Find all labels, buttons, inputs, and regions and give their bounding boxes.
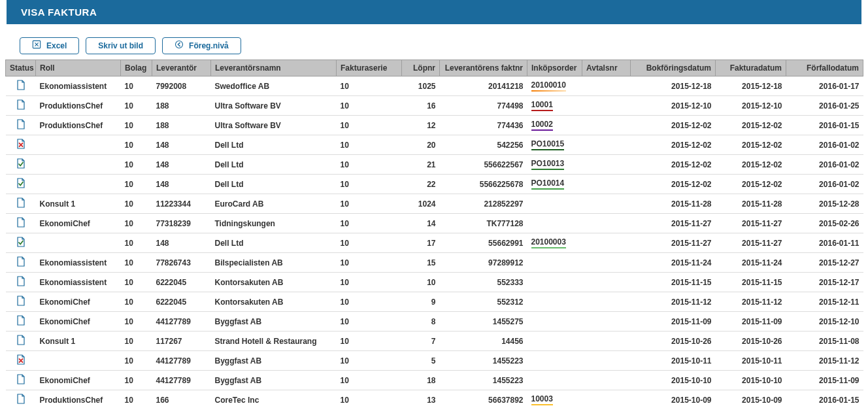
cell-bok: 2015-12-02	[631, 155, 716, 175]
cell-inkop[interactable]: 20100003	[527, 233, 582, 253]
col-lopnr[interactable]: Löpnr	[402, 60, 440, 76]
cell-lopnr: 12	[402, 116, 440, 135]
print-label: Skriv ut bild	[98, 41, 143, 51]
cell-status	[6, 233, 36, 253]
cell-status	[6, 175, 36, 194]
cell-inkop[interactable]: 10003	[527, 390, 582, 409]
table-row[interactable]: 10148Dell Ltd1020542256PO100152015-12-02…	[6, 135, 863, 155]
cell-status	[6, 292, 36, 312]
cell-inkop[interactable]: PO10013	[527, 155, 582, 175]
table-row[interactable]: 1044127789Byggfast AB10514552232015-10-1…	[6, 351, 863, 371]
cell-fakd: 2015-11-24	[716, 253, 786, 273]
cell-bolag: 10	[121, 116, 152, 135]
cell-avtal	[582, 332, 631, 351]
cell-bok: 2015-12-02	[631, 116, 716, 135]
table-row[interactable]: Ekonomiassistent1077826743Bilspecialiste…	[6, 253, 863, 273]
cell-forf: 2016-01-02	[786, 155, 863, 175]
cell-status	[6, 214, 36, 233]
table-row[interactable]: 10148Dell Ltd1021556622567PO100132015-12…	[6, 155, 863, 175]
cell-inkop[interactable]: PO10015	[527, 135, 582, 155]
purchase-order-link[interactable]: PO10015	[531, 139, 565, 150]
col-inkop[interactable]: Inköpsorder	[527, 60, 582, 76]
table-row[interactable]: Ekonomiassistent107992008Swedoffice AB10…	[6, 76, 863, 96]
status-doc-icon	[16, 397, 25, 406]
excel-label: Excel	[46, 41, 67, 51]
col-roll[interactable]: Roll	[36, 60, 121, 76]
cell-fakd: 2015-12-02	[716, 116, 786, 135]
cell-inkop	[527, 214, 582, 233]
cell-lopnr: 13	[402, 390, 440, 409]
col-lfaknr[interactable]: Leverantörens faktnr	[440, 60, 527, 76]
cell-bok: 2015-12-02	[631, 175, 716, 194]
cell-inkop	[527, 194, 582, 214]
cell-serie: 10	[337, 233, 402, 253]
table-row[interactable]: Konsult 110117267Strand Hotell & Restaur…	[6, 332, 863, 351]
purchase-order-link[interactable]: PO10013	[531, 159, 565, 170]
col-avtal[interactable]: Avtalsnr	[582, 60, 631, 76]
table-row[interactable]: ProduktionsChef10188Ultra Software BV101…	[6, 96, 863, 116]
cell-inkop	[527, 371, 582, 390]
cell-fakd: 2015-10-26	[716, 332, 786, 351]
cell-inkop[interactable]: 20100010	[527, 76, 582, 96]
cell-lopnr: 7	[402, 332, 440, 351]
col-forf[interactable]: Förfallodatum	[786, 60, 863, 76]
col-serie[interactable]: Fakturaserie	[337, 60, 402, 76]
table-row[interactable]: EkonomiChef1077318239Tidningskungen1014T…	[6, 214, 863, 233]
cell-roll: Ekonomiassistent	[36, 273, 121, 292]
table-row[interactable]: Konsult 11011223344EuroCard AB1010242128…	[6, 194, 863, 214]
purchase-order-link[interactable]: PO10014	[531, 178, 565, 190]
cell-bolag: 10	[121, 135, 152, 155]
cell-lopnr: 1024	[402, 194, 440, 214]
col-bolag[interactable]: Bolag	[121, 60, 152, 76]
cell-avtal	[582, 194, 631, 214]
cell-inkop[interactable]: 10001	[527, 96, 582, 116]
purchase-order-link[interactable]: 20100010	[531, 80, 566, 92]
cell-bolag: 10	[121, 96, 152, 116]
cell-avtal	[582, 390, 631, 409]
cell-forf: 2015-11-12	[786, 351, 863, 371]
cell-forf: 2015-12-27	[786, 253, 863, 273]
print-button[interactable]: Skriv ut bild	[86, 37, 156, 54]
status-doc-icon	[16, 260, 25, 269]
excel-button[interactable]: Excel	[20, 37, 79, 54]
purchase-order-link[interactable]: 10003	[531, 394, 553, 405]
cell-levnamn: Kontorsakuten AB	[211, 292, 337, 312]
cell-roll	[36, 155, 121, 175]
cell-levnamn: Byggfast AB	[211, 371, 337, 390]
back-button[interactable]: Föreg.nivå	[162, 37, 241, 54]
purchase-order-link[interactable]: 10002	[531, 120, 553, 131]
purchase-order-link[interactable]: 10001	[531, 100, 553, 111]
table-row[interactable]: Ekonomiassistent106222045Kontorsakuten A…	[6, 273, 863, 292]
cell-roll: ProduktionsChef	[36, 96, 121, 116]
cell-inkop[interactable]: PO10014	[527, 175, 582, 194]
table-row[interactable]: EkonomiChef1044127789Byggfast AB10814552…	[6, 312, 863, 332]
cell-forf: 2015-12-17	[786, 273, 863, 292]
cell-fakd: 2015-12-10	[716, 96, 786, 116]
cell-avtal	[582, 214, 631, 233]
cell-bolag: 10	[121, 76, 152, 96]
cell-serie: 10	[337, 351, 402, 371]
table-row[interactable]: EkonomiChef106222045Kontorsakuten AB1095…	[6, 292, 863, 312]
table-row[interactable]: ProduktionsChef10188Ultra Software BV101…	[6, 116, 863, 135]
cell-lopnr: 22	[402, 175, 440, 194]
cell-inkop[interactable]: 10002	[527, 116, 582, 135]
cell-serie: 10	[337, 390, 402, 409]
cell-fakd: 2015-11-15	[716, 273, 786, 292]
table-row[interactable]: 10148Dell Ltd101755662991201000032015-11…	[6, 233, 863, 253]
cell-bok: 2015-10-10	[631, 371, 716, 390]
table-row[interactable]: EkonomiChef1044127789Byggfast AB10181455…	[6, 371, 863, 390]
col-bok[interactable]: Bokföringsdatum	[631, 60, 716, 76]
cell-bok: 2015-11-24	[631, 253, 716, 273]
table-row[interactable]: ProduktionsChef10166CoreTec Inc101356637…	[6, 390, 863, 409]
purchase-order-link[interactable]: 20100003	[531, 237, 566, 248]
cell-bolag: 10	[121, 253, 152, 273]
cell-avtal	[582, 312, 631, 332]
cell-lopnr: 16	[402, 96, 440, 116]
col-status[interactable]: Status	[6, 60, 36, 76]
col-levnamn[interactable]: Leverantörsnamn	[211, 60, 337, 76]
status-ok-icon	[16, 181, 25, 190]
table-row[interactable]: 10148Dell Ltd10225566225678PO100142015-1…	[6, 175, 863, 194]
col-lev[interactable]: Leverantör	[152, 60, 211, 76]
cell-status	[6, 96, 36, 116]
col-fakd[interactable]: Fakturadatum	[716, 60, 786, 76]
